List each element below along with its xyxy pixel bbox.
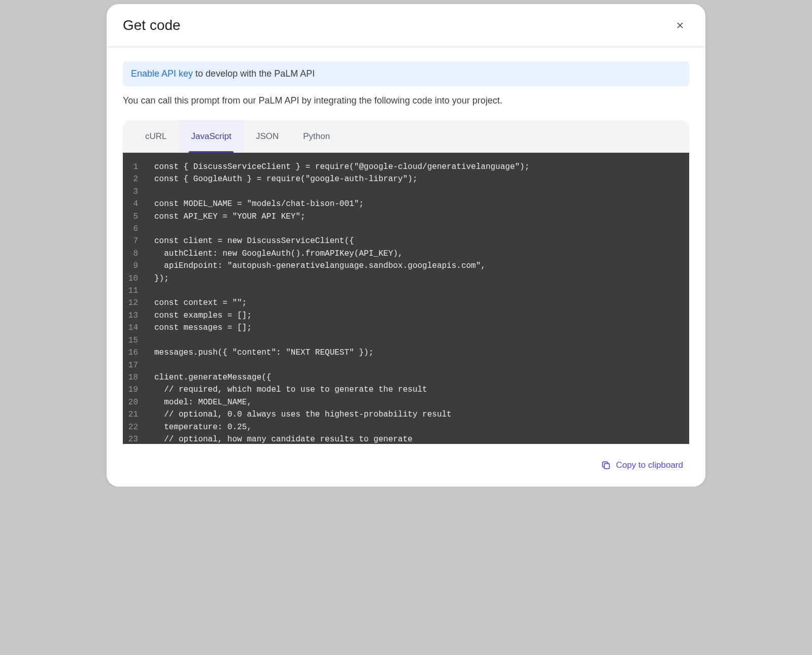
line-content: [147, 334, 154, 347]
line-content: model: MODEL_NAME,: [147, 396, 252, 408]
line-number: 22: [123, 421, 147, 433]
tabs-bar: cURLJavaScriptJSONPython: [123, 120, 689, 153]
line-content: authClient: new GoogleAuth().fromAPIKey(…: [147, 248, 403, 260]
line-number: 16: [123, 347, 147, 359]
line-number: 10: [123, 272, 147, 285]
code-line: 13const examples = [];: [123, 309, 689, 322]
line-content: // optional, how many candidate results …: [147, 433, 413, 444]
tab-json[interactable]: JSON: [244, 120, 291, 153]
code-line: 4const MODEL_NAME = "models/chat-bison-0…: [123, 198, 689, 210]
line-content: [147, 186, 154, 198]
line-number: 18: [123, 371, 147, 384]
code-line: 21 // optional, 0.0 always uses the high…: [123, 408, 689, 421]
code-line: 2const { GoogleAuth } = require("google-…: [123, 173, 689, 185]
code-line: 12const context = "";: [123, 297, 689, 309]
tab-javascript[interactable]: JavaScript: [179, 120, 244, 153]
modal-header: Get code: [107, 4, 705, 47]
code-line: 5const API_KEY = "YOUR API KEY";: [123, 211, 689, 223]
code-tabs-container: cURLJavaScriptJSONPython 1const { Discus…: [123, 120, 689, 444]
code-line: 7const client = new DiscussServiceClient…: [123, 235, 689, 247]
line-number: 11: [123, 285, 147, 297]
enable-api-key-link[interactable]: Enable API key: [131, 68, 193, 79]
line-number: 21: [123, 408, 147, 421]
line-content: temperature: 0.25,: [147, 421, 252, 433]
line-number: 3: [123, 186, 147, 198]
line-content: const client = new DiscussServiceClient(…: [147, 235, 354, 247]
description-text: You can call this prompt from our PaLM A…: [123, 95, 689, 106]
line-number: 9: [123, 260, 147, 272]
line-number: 1: [123, 161, 147, 173]
line-number: 7: [123, 235, 147, 247]
line-content: [147, 223, 154, 235]
line-content: const { DiscussServiceClient } = require…: [147, 161, 529, 173]
line-number: 23: [123, 433, 147, 444]
line-number: 14: [123, 322, 147, 334]
api-key-banner: Enable API key to develop with the PaLM …: [123, 61, 689, 86]
line-number: 19: [123, 384, 147, 396]
line-content: [147, 285, 154, 297]
line-number: 6: [123, 223, 147, 235]
copy-to-clipboard-button[interactable]: Copy to clipboard: [595, 456, 689, 474]
line-number: 13: [123, 309, 147, 322]
code-line: 22 temperature: 0.25,: [123, 421, 689, 433]
line-number: 17: [123, 359, 147, 371]
code-line: 20 model: MODEL_NAME,: [123, 396, 689, 408]
line-content: client.generateMessage({: [147, 371, 271, 384]
close-icon: [675, 20, 685, 30]
line-content: });: [147, 272, 169, 285]
code-line: 16messages.push({ "content": "NEXT REQUE…: [123, 347, 689, 359]
line-number: 12: [123, 297, 147, 309]
code-line: 11: [123, 285, 689, 297]
modal-body: Enable API key to develop with the PaLM …: [107, 47, 705, 444]
code-line: 17: [123, 359, 689, 371]
code-line: 14const messages = [];: [123, 322, 689, 334]
line-content: const MODEL_NAME = "models/chat-bison-00…: [147, 198, 364, 210]
code-line: 19 // required, which model to use to ge…: [123, 384, 689, 396]
modal-title: Get code: [123, 17, 181, 33]
close-button[interactable]: [671, 16, 689, 35]
copy-button-label: Copy to clipboard: [616, 460, 683, 470]
line-number: 15: [123, 334, 147, 347]
code-line: 6: [123, 223, 689, 235]
code-line: 9 apiEndpoint: "autopush-generativelangu…: [123, 260, 689, 272]
tab-curl[interactable]: cURL: [133, 120, 179, 153]
line-content: const messages = [];: [147, 322, 252, 334]
tab-python[interactable]: Python: [291, 120, 342, 153]
line-content: messages.push({ "content": "NEXT REQUEST…: [147, 347, 374, 359]
code-line: 10});: [123, 272, 689, 285]
banner-text: to develop with the PaLM API: [193, 68, 315, 79]
code-line: 15: [123, 334, 689, 347]
code-line: 23 // optional, how many candidate resul…: [123, 433, 689, 444]
line-content: // optional, 0.0 always uses the highest…: [147, 408, 452, 421]
code-line: 3: [123, 186, 689, 198]
line-content: apiEndpoint: "autopush-generativelanguag…: [147, 260, 486, 272]
line-number: 20: [123, 396, 147, 408]
get-code-modal: Get code Enable API key to develop with …: [107, 4, 705, 487]
line-content: // required, which model to use to gener…: [147, 384, 427, 396]
modal-footer: Copy to clipboard: [107, 444, 705, 487]
line-content: const examples = [];: [147, 309, 252, 322]
code-block[interactable]: 1const { DiscussServiceClient } = requir…: [123, 153, 689, 444]
line-number: 4: [123, 198, 147, 210]
code-line: 1const { DiscussServiceClient } = requir…: [123, 161, 689, 173]
line-number: 8: [123, 248, 147, 260]
line-content: const API_KEY = "YOUR API KEY";: [147, 211, 306, 223]
line-content: const context = "";: [147, 297, 247, 309]
code-line: 8 authClient: new GoogleAuth().fromAPIKe…: [123, 248, 689, 260]
code-line: 18client.generateMessage({: [123, 371, 689, 384]
svg-rect-0: [604, 464, 609, 469]
line-number: 5: [123, 211, 147, 223]
line-number: 2: [123, 173, 147, 185]
line-content: const { GoogleAuth } = require("google-a…: [147, 173, 417, 185]
line-content: [147, 359, 154, 371]
copy-icon: [601, 460, 611, 470]
